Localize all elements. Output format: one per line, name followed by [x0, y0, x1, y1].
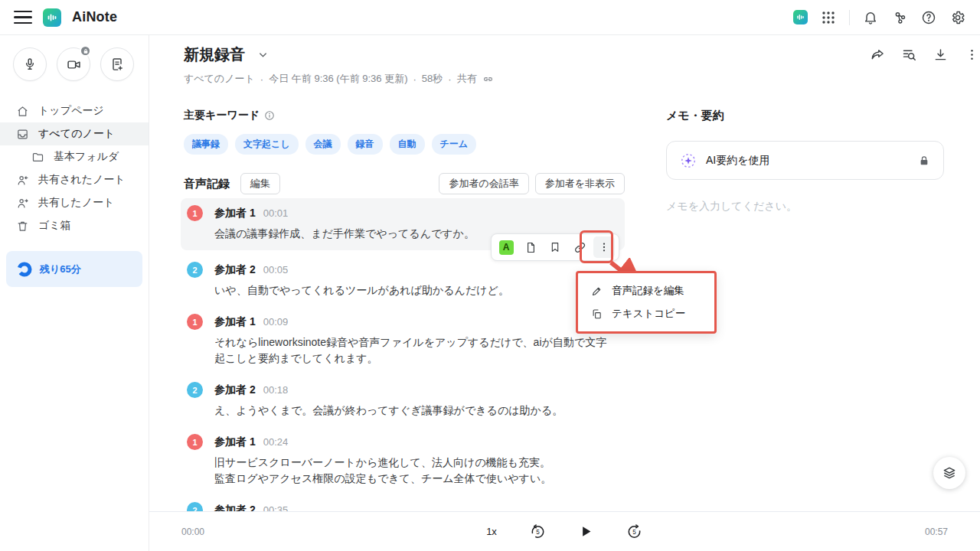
- hamburger-menu-icon[interactable]: [14, 8, 32, 27]
- keyword-tag[interactable]: 自動: [390, 134, 425, 155]
- speaker-name: 参加者 1: [214, 435, 256, 449]
- entry-kebab-icon[interactable]: [593, 236, 615, 258]
- person-arrow-in-icon: [15, 173, 29, 187]
- speaker-avatar: 1: [187, 434, 203, 450]
- keyword-tag[interactable]: 文字起こし: [235, 134, 299, 155]
- organization-icon[interactable]: [891, 9, 908, 26]
- forward-5s-icon[interactable]: 5: [626, 523, 643, 540]
- sidebar-item-basic-folder[interactable]: 基本フォルダ: [0, 145, 149, 168]
- info-icon[interactable]: [264, 110, 275, 121]
- app-logo[interactable]: [43, 8, 61, 27]
- transcript-text[interactable]: 旧サービスクローバーノートから進化して、法人向けの機能も充実。 監査ログやアクセ…: [187, 455, 616, 487]
- topbar-divider: [849, 10, 850, 25]
- download-icon[interactable]: [932, 46, 949, 63]
- sidebar-item-trash[interactable]: ゴミ箱: [0, 214, 149, 237]
- memo-input-placeholder[interactable]: メモを入力してください。: [666, 200, 944, 214]
- transcript-text[interactable]: それならlineworksinote録音や音声ファイルをアップするだけで、aiが…: [187, 334, 616, 367]
- meta-share-label[interactable]: 共有: [457, 72, 477, 86]
- sidebar-item-label: 基本フォルダ: [54, 150, 119, 164]
- sidebar: トップページ すべてのノート 基本フォルダ 共有されたノート 共有したノート ゴ…: [0, 35, 149, 551]
- talk-ratio-button[interactable]: 参加者の会話率: [439, 173, 528, 194]
- link-icon[interactable]: [569, 236, 590, 258]
- transcript-title: 音声記録: [184, 177, 230, 191]
- menu-item-edit-transcript[interactable]: 音声記録を編集: [578, 279, 714, 302]
- memo-title: メモ・要約: [666, 109, 944, 123]
- layers-fab-button[interactable]: [933, 457, 965, 489]
- folder-icon: [31, 150, 44, 164]
- transcript-entry[interactable]: 2 参加者 2 00:18 え、ようやくまで。会議が終わってすぐぎ議事録ができる…: [181, 382, 625, 419]
- home-icon: [15, 104, 29, 118]
- ai-summary-button[interactable]: AI要約を使用: [666, 141, 944, 180]
- usage-progress-icon: [17, 262, 32, 277]
- sidebar-item-shared-with-me[interactable]: 共有されたノート: [0, 168, 149, 191]
- speaker-timestamp[interactable]: 00:05: [263, 264, 289, 276]
- record-audio-button[interactable]: [13, 47, 47, 81]
- note-title: 新規録音: [184, 44, 245, 65]
- speaker-timestamp[interactable]: 00:18: [263, 384, 289, 396]
- note-meta: すべてのノート · 今日 午前 9:36 (午前 9:36 更新) · 58秒 …: [184, 72, 946, 86]
- sidebar-item-all-notes[interactable]: すべてのノート: [0, 122, 149, 145]
- sidebar-item-label: 共有されたノート: [38, 173, 126, 187]
- transcript-text[interactable]: いや、自動でやってくれるツールがあれば助かるんだけど。: [187, 282, 616, 298]
- app-grid-icon[interactable]: [820, 9, 837, 26]
- help-icon[interactable]: [920, 9, 937, 26]
- menu-item-copy-text[interactable]: テキストコピー: [578, 302, 714, 325]
- transcript-entry[interactable]: 2 参加者 2 00:05 いや、自動でやってくれるツールがあれば助かるんだけど…: [181, 262, 625, 298]
- keywords-title: 主要キーワード: [184, 109, 260, 122]
- transcript-entry[interactable]: 1 参加者 1 00:24 旧サービスクローバーノートから進化して、法人向けの機…: [181, 434, 625, 487]
- remaining-minutes-chip[interactable]: 残り65分: [6, 251, 142, 287]
- speaker-timestamp[interactable]: 00:09: [263, 316, 289, 328]
- sidebar-item-label: すべてのノート: [38, 127, 115, 141]
- ai-sparkle-icon: [680, 152, 697, 169]
- app-mini-logo-icon[interactable]: [793, 10, 808, 24]
- audio-player-bar: 00:00 1x 5 5 00:57: [149, 511, 980, 551]
- sidebar-item-top-page[interactable]: トップページ: [0, 99, 149, 122]
- more-options-kebab-icon[interactable]: [963, 46, 980, 63]
- edit-transcript-button[interactable]: 編集: [240, 173, 280, 194]
- chevron-down-icon[interactable]: [257, 49, 269, 60]
- ai-summary-label: AI要約を使用: [706, 154, 770, 168]
- play-button[interactable]: [579, 524, 593, 539]
- note-actions: [869, 46, 980, 63]
- speaker-name: 参加者 1: [214, 315, 256, 329]
- transcript-text[interactable]: え、ようやくまで。会議が終わってすぐぎ議事録ができるのは助かる。: [187, 403, 616, 419]
- share-icon[interactable]: [869, 46, 886, 63]
- notes-inbox-icon: [15, 127, 29, 141]
- keyword-tag[interactable]: 議事録: [184, 134, 228, 155]
- notifications-bell-icon[interactable]: [862, 9, 879, 26]
- share-link-icon[interactable]: [482, 73, 494, 85]
- hide-participants-button[interactable]: 参加者を非表示: [535, 173, 625, 194]
- speaker-avatar: 1: [187, 205, 203, 221]
- keyword-tag[interactable]: 会議: [305, 134, 341, 155]
- menu-item-label: 音声記録を編集: [612, 284, 684, 298]
- speaker-timestamp[interactable]: 00:01: [263, 207, 289, 219]
- speaker-name: 参加者 1: [214, 207, 256, 220]
- transcript-entry[interactable]: 2 参加者 2 00:35: [181, 502, 625, 511]
- highlight-icon[interactable]: A: [495, 236, 517, 258]
- keyword-tag[interactable]: チーム: [432, 134, 477, 155]
- new-note-button[interactable]: [100, 47, 134, 81]
- playback-speed-button[interactable]: 1x: [486, 526, 497, 537]
- top-bar: AiNote: [0, 0, 980, 35]
- speaker-timestamp[interactable]: 00:24: [263, 436, 289, 448]
- speaker-name: 参加者 2: [214, 263, 256, 277]
- menu-item-label: テキストコピー: [612, 307, 685, 321]
- rewind-5s-icon[interactable]: 5: [529, 523, 547, 540]
- speaker-avatar: 1: [187, 314, 203, 330]
- context-menu: 音声記録を編集 テキストコピー: [576, 271, 717, 334]
- keyword-tags: 議事録 文字起こし 会議 録音 自動 チーム: [184, 134, 625, 155]
- record-video-button[interactable]: [57, 47, 90, 81]
- bookmark-icon[interactable]: [544, 236, 566, 258]
- meta-collection: すべてのノート: [184, 72, 255, 86]
- settings-gear-icon[interactable]: [949, 9, 966, 26]
- app-title: AiNote: [72, 9, 117, 25]
- search-transcript-icon[interactable]: [900, 46, 917, 63]
- speaker-timestamp[interactable]: 00:35: [263, 504, 289, 511]
- keywords-section: 主要キーワード 議事録 文字起こし 会議 録音 自動 チーム: [184, 109, 625, 155]
- keyword-tag[interactable]: 録音: [348, 134, 383, 155]
- page-icon[interactable]: [520, 236, 541, 258]
- note-header: 新規録音 すべてのノート · 今日 午前 9:36 (午前 9:36 更新) ·…: [184, 44, 946, 86]
- transcript-entry[interactable]: 1 参加者 1 00:09 それならlineworksinote録音や音声ファイ…: [181, 314, 625, 367]
- sidebar-item-shared-by-me[interactable]: 共有したノート: [0, 191, 149, 214]
- svg-text:5: 5: [536, 529, 540, 536]
